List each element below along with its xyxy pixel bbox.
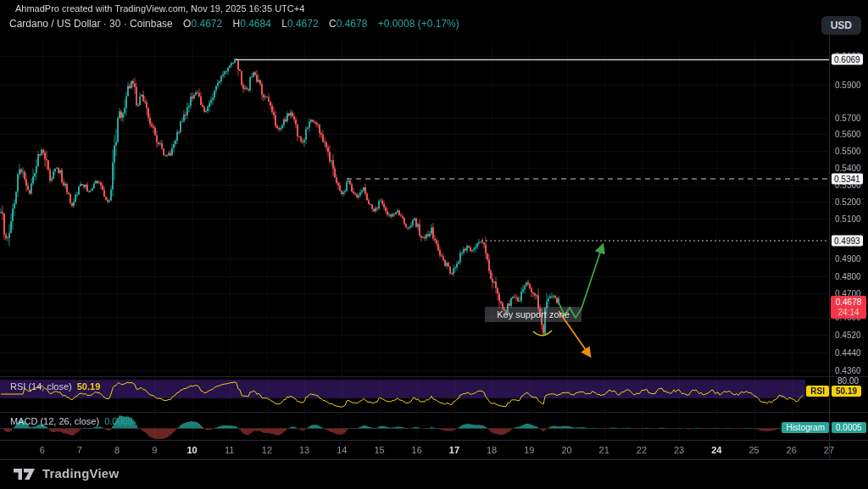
date-tick-label: 6 [40,445,45,455]
level-price-badge: 0.4993 [832,235,863,246]
date-tick-label: 22 [637,445,647,455]
date-tick-label: 19 [524,445,534,455]
price-tick-label: 0.5100 [835,214,861,224]
ohlc-close: C0.4678 [329,18,367,30]
date-tick-label: 15 [374,445,384,455]
ohlc-open: O0.4672 [183,18,222,30]
price-tick-label: 0.4520 [835,331,861,340]
attribution-text: AhmadPro created with TradingView.com, N… [15,3,304,14]
date-tick-label: 16 [412,445,422,455]
date-tick-label: 24 [711,445,721,455]
level-price-badge: 0.6069 [832,54,863,65]
date-tick-label: 21 [599,445,609,455]
date-tick-label: 27 [824,445,834,455]
ohlc-high: H0.4684 [233,18,271,30]
symbol-header: Cardano / US Dollar · 30 · Coinbase O0.4… [9,18,459,30]
bar-countdown: 24:14 [832,308,865,318]
date-tick-label: 20 [561,445,571,455]
tradingview-logo[interactable]: TradingView [14,466,119,481]
date-tick-label: 13 [299,445,309,455]
histogram-axis-badge: Histogram [782,422,829,433]
price-tick-label: 0.5500 [835,147,861,156]
date-tick-label: 11 [225,445,234,455]
price-tick-label: 0.5700 [835,114,861,123]
date-tick-label: 26 [787,445,797,455]
macd-title-text: MACD (12, 26, close) [10,416,99,426]
bottom-toolbar: TradingView [0,460,868,489]
date-tick-label: 23 [674,445,684,455]
price-axis[interactable]: 0.6069 0.5341 0.4993 0.4678 24:14 0.6100… [830,34,868,441]
date-tick-label: 8 [114,445,120,455]
price-tick-label: 0.5900 [835,81,861,90]
key-support-zone-label[interactable]: Key support zone [485,307,581,322]
time-axis[interactable]: 6789101112131415161718192021222324252627 [0,441,829,459]
date-tick-label: 7 [77,445,82,455]
price-tick-label: 0.5600 [835,130,861,139]
pane-separator[interactable] [0,412,868,413]
rsi-indicator-title[interactable]: RSI (14, close)50.19 [10,381,100,392]
date-tick-label: 10 [186,445,197,455]
price-tick-label: 0.4800 [835,272,861,281]
rsi-axis-badge: RSI [806,386,829,397]
current-price-badge: 0.4678 24:14 [831,296,866,319]
rsi-title-text: RSI (14, close) [10,381,72,392]
macd-indicator-title[interactable]: MACD (12, 26, close)0.0005 [10,416,133,426]
price-tick-label: 0.4360 [835,366,861,375]
current-price-value: 0.4678 [832,297,865,308]
ohlc-low: L0.4672 [281,18,318,30]
rsi-value: 50.19 [77,381,101,392]
price-tick-label: 0.4440 [835,348,861,358]
currency-toggle-button[interactable]: USD [821,16,861,35]
date-tick-label: 17 [449,445,459,455]
macd-value: 0.0005 [104,416,133,426]
price-tick-label: 0.5400 [835,164,861,173]
symbol-title[interactable]: Cardano / US Dollar · 30 · Coinbase [9,18,173,30]
price-change: +0.0008 (+0.17%) [378,18,459,30]
tradingview-snapshot: AhmadPro created with TradingView.com, N… [0,0,868,489]
date-tick-label: 14 [337,445,347,455]
level-price-badge: 0.5341 [832,173,863,184]
date-tick-label: 18 [487,445,497,455]
tradingview-logo-text: TradingView [42,466,119,481]
date-tick-label: 9 [152,445,157,455]
tradingview-logo-icon [14,466,36,481]
price-tick-label: 0.4900 [835,254,861,264]
price-tick-label: 0.5200 [835,197,861,207]
date-tick-label: 12 [262,445,272,455]
pane-separator[interactable] [0,376,868,377]
date-tick-label: 25 [748,445,759,455]
